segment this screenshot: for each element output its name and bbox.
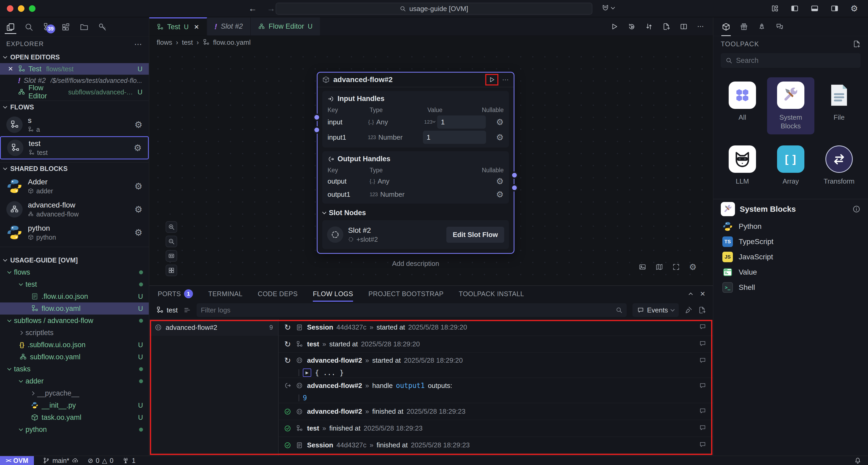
window-controls[interactable] <box>7 5 35 12</box>
tab-toolpack-install[interactable]: TOOLPACK INSTALL <box>459 286 524 302</box>
gear-icon[interactable]: ⚙ <box>134 143 142 153</box>
gear-icon[interactable]: ⚙ <box>134 119 143 130</box>
tree-item-flows[interactable]: flows <box>0 266 149 278</box>
tab-test[interactable]: Test U ✕ <box>149 17 207 35</box>
gear-icon[interactable]: ⚙ <box>134 181 143 192</box>
block-typescript[interactable]: TS TypeScript <box>713 234 868 249</box>
forward-button[interactable]: → <box>267 4 275 13</box>
assistant-menu[interactable] <box>601 4 614 12</box>
open-editor-flow-editor[interactable]: Flow Editor subflows/advanced-fl... U <box>0 86 149 98</box>
zoom-in-button[interactable] <box>165 221 177 233</box>
keys-activity-icon[interactable] <box>97 20 108 34</box>
gear-icon[interactable]: ⚙ <box>134 204 143 214</box>
breadcrumb[interactable]: flows › test › flow.oo.yaml <box>149 36 713 49</box>
input-handle-port[interactable] <box>313 114 320 121</box>
git-branch[interactable]: main* <box>43 457 79 464</box>
open-editors-header[interactable]: OPEN EDITORS <box>0 51 149 63</box>
comment-icon[interactable] <box>699 340 706 347</box>
comment-icon[interactable] <box>699 357 706 364</box>
category-file[interactable]: File <box>823 77 856 135</box>
filter-logs-input[interactable] <box>201 306 616 314</box>
toggle-sidebar-right-icon[interactable] <box>830 4 839 12</box>
chat-tab-icon[interactable] <box>775 17 784 36</box>
block-shell[interactable]: >_ Shell <box>713 280 868 295</box>
events-dropdown[interactable]: Events <box>632 303 679 317</box>
comment-icon[interactable] <box>699 382 706 389</box>
add-description-button[interactable]: Add description <box>392 260 439 268</box>
bell-icon[interactable] <box>854 457 861 464</box>
maximize-panel-icon[interactable] <box>688 292 693 297</box>
tab-flow-editor[interactable]: Flow Editor U <box>251 17 320 35</box>
run-icon[interactable] <box>610 23 618 30</box>
toggle-sidebar-left-icon[interactable] <box>790 4 799 12</box>
compare-icon[interactable] <box>645 23 653 30</box>
explorer-more-icon[interactable]: ⋯ <box>134 39 143 49</box>
log-row[interactable]: test» finished at2025/5/28 18:29:23 <box>279 420 713 437</box>
input-value-field[interactable] <box>437 115 486 128</box>
toggle-panel-icon[interactable] <box>810 4 819 12</box>
value-type-selector[interactable]: 123 <box>424 119 435 125</box>
block-python[interactable]: Python <box>713 219 868 234</box>
expand-json-button[interactable]: ▶ <box>303 369 311 377</box>
comment-icon[interactable] <box>699 424 706 431</box>
log-row[interactable]: ↻ test» started at2025/5/28 18:29:20 <box>279 336 713 353</box>
run-node-icon[interactable] <box>488 76 495 83</box>
settings-gear-icon[interactable]: ⚙ <box>850 4 858 12</box>
close-panel-icon[interactable]: ✕ <box>700 290 706 298</box>
list-icon[interactable] <box>184 307 191 314</box>
input1-handle-port[interactable] <box>313 126 320 134</box>
log-scope[interactable]: test <box>156 306 191 314</box>
tab-code-deps[interactable]: CODE DEPS <box>258 286 298 302</box>
flow-card-s[interactable]: s a ⚙ <box>0 113 149 136</box>
flows-header[interactable]: FLOWS <box>0 101 149 113</box>
gear-icon[interactable]: ⚙ <box>496 133 504 142</box>
tree-item-adder[interactable]: adder <box>0 375 149 387</box>
tree-item-task-yaml[interactable]: task.oo.yamlU <box>0 411 149 424</box>
info-icon[interactable] <box>852 205 861 213</box>
open-editor-slot2[interactable]: ! Slot #2 /$/self/flows/test/advanced-fl… <box>0 75 149 86</box>
canvas-settings-icon[interactable]: ⚙ <box>689 263 696 271</box>
close-icon[interactable]: ✕ <box>8 65 15 72</box>
tree-item-scriptlets[interactable]: scriptlets <box>0 327 149 339</box>
rerun-icon[interactable] <box>628 23 636 30</box>
customize-layout-icon[interactable] <box>771 4 779 12</box>
minimize-window-button[interactable] <box>18 5 25 12</box>
tree-item-subflow-ui-json[interactable]: {} .subflow.ui.oo.jsonU <box>0 339 149 351</box>
category-transform[interactable]: Transform <box>821 141 857 190</box>
new-toolpack-icon[interactable] <box>853 40 861 48</box>
block-javascript[interactable]: JS JavaScript <box>713 249 868 265</box>
tree-item-subflows-advanced-flow[interactable]: subflows / advanced-flow <box>0 315 149 327</box>
comment-icon[interactable] <box>699 407 706 414</box>
grid-toggle-button[interactable] <box>165 265 177 276</box>
gift-tab-icon[interactable] <box>739 17 749 36</box>
command-center-search[interactable]: usage-guide [OVM] <box>276 3 592 15</box>
gear-icon[interactable]: ⚙ <box>496 177 504 185</box>
gear-icon[interactable]: ⚙ <box>496 118 504 126</box>
input-value-field[interactable] <box>423 131 486 144</box>
tab-slot2[interactable]: ! Slot #2 <box>207 17 251 35</box>
tab-project-bootstrap[interactable]: PROJECT BOOTSTRAP <box>368 286 443 302</box>
log-row[interactable]: ↻ advanced-flow#2» started at2025/5/28 1… <box>279 353 713 378</box>
category-all[interactable]: All <box>726 77 758 135</box>
tree-item-init-py[interactable]: __init__.pyU <box>0 399 149 411</box>
node-more-icon[interactable]: ⋯ <box>502 76 509 84</box>
output1-handle-port[interactable] <box>511 184 518 192</box>
tree-item-python[interactable]: python <box>0 424 149 436</box>
log-row[interactable]: advanced-flow#2» handleoutput1 outputs: … <box>279 378 713 403</box>
tree-item-subflow-yaml[interactable]: subflow.oo.yamlU <box>0 351 149 363</box>
folder-activity-icon[interactable] <box>79 20 89 34</box>
close-window-button[interactable] <box>7 5 13 12</box>
slot-nodes-header[interactable]: Slot Nodes <box>322 207 509 220</box>
tree-item-tasks[interactable]: tasks <box>0 363 149 375</box>
category-llm[interactable]: LLM <box>726 141 758 190</box>
export-logs-icon[interactable] <box>698 306 706 314</box>
open-editor-test[interactable]: ✕ Test flows/test U <box>0 63 149 75</box>
project-header[interactable]: USAGE-GUIDE [OVM] <box>0 254 149 266</box>
screenshot-icon[interactable] <box>639 263 646 271</box>
shared-block-adder[interactable]: Adder adder ⚙ <box>0 175 149 198</box>
shared-block-python[interactable]: python python ⚙ <box>0 221 149 244</box>
category-system-blocks[interactable]: System Blocks <box>767 77 814 135</box>
fullscreen-icon[interactable] <box>672 263 680 271</box>
flow-card-test[interactable]: test test ⚙ <box>0 136 149 159</box>
gear-icon[interactable]: ⚙ <box>496 190 504 199</box>
